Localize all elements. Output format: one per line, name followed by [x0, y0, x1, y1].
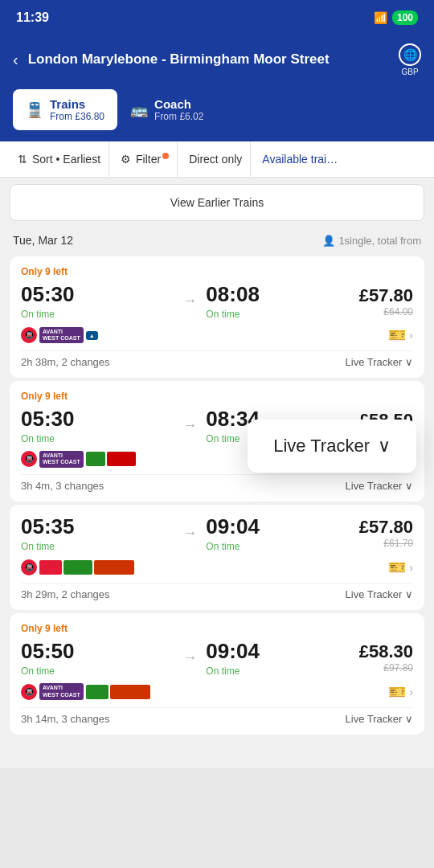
departure-block-1: 05:30 On time [21, 282, 174, 320]
departure-time-2: 05:30 [21, 407, 174, 432]
live-tracker-btn-4[interactable]: Live Tracker ∨ [346, 713, 413, 725]
journey-info-3: 3h 29m, 2 changes Live Tracker ∨ [21, 583, 413, 600]
ticket-select-4[interactable]: 🎫 › [388, 683, 413, 701]
price-block-3[interactable]: £57.80 £61.70 [359, 517, 413, 549]
ticket-select-3[interactable]: 🎫 › [388, 559, 413, 576]
arrival-time-4: 09:04 [206, 639, 358, 664]
view-earlier-label: View Earlier Trains [170, 196, 264, 209]
arrival-status-4: On time [206, 665, 358, 677]
passenger-info: 👤 1single, total from [322, 235, 421, 247]
departure-time-4: 05:50 [21, 639, 174, 664]
filter-label: Filter [136, 153, 161, 166]
train-times-1: 05:30 On time → 08:08 On time £57.80 £64… [21, 282, 413, 320]
live-tracker-btn-1[interactable]: Live Tracker ∨ [346, 356, 413, 368]
back-button[interactable]: ‹ [13, 51, 18, 69]
op-logo-3c [94, 560, 134, 575]
arrival-block-3: 09:04 On time [206, 514, 358, 552]
price-4: £58.30 [359, 641, 413, 662]
availability-warning-2: Only 9 left [21, 391, 413, 402]
operator-logos-1: 🚇 AVANTIWEST COAST ▲ [21, 327, 98, 344]
tab-coach[interactable]: 🚌 Coach From £6.02 [117, 89, 216, 130]
lu-logo-1: 🚇 [21, 327, 37, 343]
status-time: 11:39 [16, 10, 49, 25]
ticket-select-1[interactable]: 🎫 › [388, 326, 413, 344]
price-1: £57.80 [359, 285, 413, 306]
journey-arrow-3: → [174, 525, 206, 542]
departure-block-3: 05:35 On time [21, 514, 174, 552]
live-tracker-btn-3[interactable]: Live Tracker ∨ [346, 588, 413, 600]
coach-price: From £6.02 [154, 111, 203, 122]
arrival-time-1: 08:08 [206, 282, 358, 307]
filter-bar: ⇅ Sort • Earliest ⚙ Filter Direct only A… [0, 141, 434, 178]
filter-button[interactable]: ⚙ Filter [113, 141, 178, 177]
operator-logos-3: 🚇 [21, 559, 134, 575]
journey-arrow-1: → [174, 293, 206, 309]
chiltern-logo-1: ▲ [86, 331, 98, 340]
direct-only-button[interactable]: Direct only [181, 141, 251, 177]
op-logo-3a [39, 560, 62, 575]
old-price-3: £61.70 [359, 538, 413, 549]
arrival-status-1: On time [206, 309, 358, 320]
availability-warning-4: Only 9 left [21, 623, 413, 634]
passenger-text: 1single, total from [338, 235, 421, 247]
passenger-icon: 👤 [322, 235, 335, 247]
op-logo-4b [110, 685, 150, 699]
journey-duration-3: 3h 29m, 2 changes [21, 588, 110, 600]
main-content: ⇅ Sort • Earliest ⚙ Filter Direct only A… [0, 141, 434, 768]
departure-status-4: On time [21, 665, 174, 677]
sort-button[interactable]: ⇅ Sort • Earliest [10, 141, 109, 177]
lu-logo-2: 🚇 [21, 451, 37, 467]
currency-selector[interactable]: 🌐 GBP [399, 43, 421, 76]
op-logo-extra-2a [86, 452, 105, 466]
journey-info-4: 3h 14m, 3 changes Live Tracker ∨ [21, 707, 413, 725]
train-card-2: Only 9 left 05:30 On time → 08:34 On tim… [10, 381, 424, 502]
filter-active-dot [162, 153, 169, 159]
transport-tabs: 🚆 Trains From £36.80 🚌 Coach From £6.02 [0, 89, 434, 141]
status-bar: 11:39 📶 100 [0, 0, 434, 35]
op-logo-3b [63, 560, 92, 575]
globe-icon: 🌐 [399, 43, 421, 66]
price-block-4[interactable]: £58.30 £97.80 [359, 641, 413, 674]
sort-icon: ⇅ [18, 153, 27, 166]
lu-logo-3: 🚇 [21, 559, 37, 575]
avanti-logo-1: AVANTIWEST COAST [39, 327, 84, 344]
wifi-icon: 📶 [374, 11, 387, 24]
battery-badge: 100 [392, 10, 418, 25]
op-logo-extra-2b [107, 452, 136, 466]
tab-trains[interactable]: 🚆 Trains From £36.80 [13, 89, 117, 130]
journey-duration-2: 3h 4m, 3 changes [21, 480, 104, 492]
op-logo-4a [86, 685, 108, 699]
train-card-4: Only 9 left 05:50 On time → 09:04 On tim… [10, 613, 424, 735]
live-tracker-popup[interactable]: Live Tracker ∨ [248, 420, 416, 473]
chevron-right-3: › [409, 561, 413, 574]
header: ‹ London Marylebone - Birmingham Moor St… [0, 35, 434, 89]
departure-time-1: 05:30 [21, 282, 174, 307]
live-tracker-popup-label: Live Tracker [273, 436, 370, 457]
coach-icon: 🚌 [130, 101, 148, 119]
train-card-3: 05:35 On time → 09:04 On time £57.80 £61… [10, 505, 424, 610]
old-price-4: £97.80 [359, 662, 413, 674]
train-icon: 🚆 [26, 101, 43, 119]
lu-logo-4: 🚇 [21, 684, 37, 700]
train-times-3: 05:35 On time → 09:04 On time £57.80 £61… [21, 514, 413, 552]
old-price-1: £64.00 [359, 306, 413, 317]
departure-block-2: 05:30 On time [21, 407, 174, 444]
date-row: Tue, Mar 12 👤 1single, total from [0, 227, 434, 253]
available-trains-label: Available trai… [262, 153, 338, 166]
view-earlier-button[interactable]: View Earlier Trains [10, 184, 424, 221]
operator-logos-2: 🚇 AVANTIWEST COAST [21, 451, 136, 468]
price-3: £57.80 [359, 517, 413, 538]
departure-status-1: On time [21, 309, 174, 320]
price-block-1[interactable]: £57.80 £64.00 [359, 285, 413, 317]
live-tracker-btn-2[interactable]: Live Tracker ∨ [346, 480, 413, 492]
arrival-block-4: 09:04 On time [206, 639, 358, 677]
available-trains-button[interactable]: Available trai… [254, 141, 346, 177]
avanti-logo-2: AVANTIWEST COAST [39, 451, 84, 468]
arrival-status-3: On time [206, 541, 358, 552]
departure-status-3: On time [21, 541, 174, 552]
operators-row-4: 🚇 AVANTIWEST COAST 🎫 › [21, 683, 413, 701]
journey-duration-1: 2h 38m, 2 changes [21, 356, 110, 368]
train-times-4: 05:50 On time → 09:04 On time £58.30 £97… [21, 639, 413, 677]
trains-label: Trains [50, 97, 104, 111]
chevron-right-4: › [409, 686, 413, 698]
